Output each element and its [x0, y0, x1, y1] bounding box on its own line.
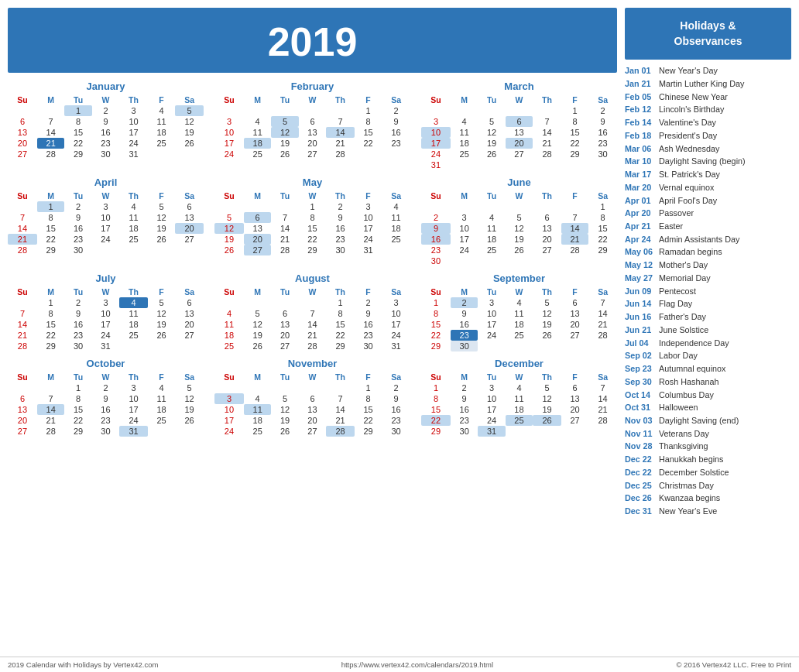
calendar-day: 9	[355, 308, 382, 319]
day-header: M	[451, 372, 478, 382]
calendar-day: 11	[119, 212, 148, 223]
calendar-day	[37, 105, 64, 116]
calendar-day: 8	[326, 308, 355, 319]
calendar-day: 27	[506, 149, 533, 159]
calendar-day: 9	[64, 308, 91, 319]
day-header: M	[244, 286, 271, 297]
calendar-day: 1	[421, 297, 451, 308]
calendar-day: 21	[271, 234, 298, 245]
day-header: M	[244, 190, 271, 201]
calendar-day: 21	[8, 234, 37, 245]
calendar-day: 14	[37, 404, 64, 415]
calendar-day: 18	[148, 127, 175, 138]
calendar-day: 31	[119, 149, 148, 159]
calendar-day: 18	[148, 404, 175, 415]
calendar-day: 24	[214, 426, 244, 437]
calendar-day: 6	[299, 393, 326, 404]
holiday-date: Feb 12	[625, 103, 656, 116]
holiday-name: Vernal equinox	[659, 181, 714, 194]
calendar-day: 16	[382, 404, 410, 415]
calendar-day: 22	[37, 234, 64, 245]
calendar-day: 7	[561, 212, 588, 223]
holiday-name: Chinese New Year	[659, 91, 728, 104]
day-header: W	[299, 286, 326, 297]
month-november: NovemberSuMTuWThFSa123456789101112131415…	[214, 358, 410, 437]
calendar-day: 22	[421, 415, 451, 426]
calendar-day: 19	[244, 330, 271, 341]
holiday-date: Dec 22	[625, 466, 656, 479]
month-september: SeptemberSuMTuWThFSa12345678910111213141…	[421, 273, 617, 351]
calendar-day: 25	[506, 330, 533, 341]
calendar-day	[561, 341, 588, 351]
month-table-july: SuMTuWThFSa12345678910111213141516171819…	[8, 286, 204, 351]
calendar-day: 26	[271, 426, 298, 437]
holiday-name: Admin Assistants Day	[659, 233, 739, 246]
calendar-day: 26	[148, 234, 175, 245]
calendar-day	[271, 297, 298, 308]
calendar-day: 22	[37, 330, 64, 341]
calendar-day: 12	[175, 393, 204, 404]
holiday-name: Passover	[659, 207, 694, 220]
holiday-item: Mar 10Daylight Saving (begin)	[625, 155, 791, 168]
calendar-day: 16	[92, 127, 119, 138]
holiday-item: Nov 11Veterans Day	[625, 427, 791, 441]
day-header: W	[92, 372, 119, 382]
calendar-day: 30	[451, 341, 478, 351]
month-april: AprilSuMTuWThFSa123456789101112131415161…	[8, 177, 204, 266]
calendar-day: 6	[8, 116, 37, 127]
calendar-day: 30	[421, 255, 451, 266]
calendar-day: 8	[37, 308, 64, 319]
day-header: Th	[119, 190, 148, 201]
day-header: Th	[119, 286, 148, 297]
calendar-day: 28	[326, 149, 355, 159]
calendar-day	[588, 426, 617, 437]
calendar-day	[561, 255, 588, 266]
calendar-day: 20	[8, 138, 37, 149]
calendar-day: 6	[175, 297, 204, 308]
calendar-day: 20	[561, 404, 588, 415]
day-header: M	[451, 190, 478, 201]
calendar-day: 18	[119, 319, 148, 330]
calendar-day: 9	[588, 116, 617, 127]
month-table-november: SuMTuWThFSa12345678910111213141516171819…	[214, 372, 410, 437]
calendar-day	[533, 341, 561, 351]
calendar-day	[355, 149, 382, 159]
calendar-day: 25	[214, 341, 244, 351]
calendar-day: 10	[119, 393, 148, 404]
calendar-day	[478, 105, 505, 116]
holiday-item: Jun 21June Solstice	[625, 324, 791, 337]
calendar-day: 31	[119, 426, 148, 437]
holiday-name: Ash Wednesday	[659, 142, 719, 156]
month-october: OctoberSuMTuWThFSa1234567891011121314151…	[8, 358, 204, 437]
day-header: Su	[421, 190, 451, 201]
calendar-day: 26	[271, 149, 298, 159]
calendar-day: 27	[299, 426, 326, 437]
calendar-day: 30	[588, 149, 617, 159]
calendar-day: 29	[355, 426, 382, 437]
holiday-item: Nov 03Daylight Saving (end)	[625, 414, 791, 427]
calendar-day	[478, 341, 505, 351]
month-january: JanuarySuMTuWThFSa1234567891011121314151…	[8, 81, 204, 170]
month-table-may: SuMTuWThFSa12345678910111213141516171819…	[214, 190, 410, 255]
calendar-day: 7	[37, 393, 64, 404]
calendar-day: 10	[382, 308, 410, 319]
calendar-day: 15	[326, 319, 355, 330]
calendar-day: 23	[451, 415, 478, 426]
day-header: Th	[533, 286, 561, 297]
calendar-day: 6	[533, 212, 561, 223]
calendar-day: 15	[561, 127, 588, 138]
calendar-day: 12	[271, 404, 298, 415]
calendar-day: 13	[506, 127, 533, 138]
calendar-day: 29	[561, 149, 588, 159]
calendar-day: 13	[175, 308, 204, 319]
calendar-day: 9	[421, 223, 451, 234]
calendar-day	[451, 201, 478, 212]
calendar-day: 1	[64, 382, 91, 393]
holiday-item: Jul 04Independence Day	[625, 337, 791, 350]
calendar-day: 31	[421, 159, 451, 170]
calendar-day	[244, 105, 271, 116]
calendar-day: 15	[37, 319, 64, 330]
calendar-day: 8	[355, 116, 382, 127]
calendar-day: 24	[478, 415, 505, 426]
month-table-march: SuMTuWThFSa12345678910111213141516171819…	[421, 94, 617, 170]
